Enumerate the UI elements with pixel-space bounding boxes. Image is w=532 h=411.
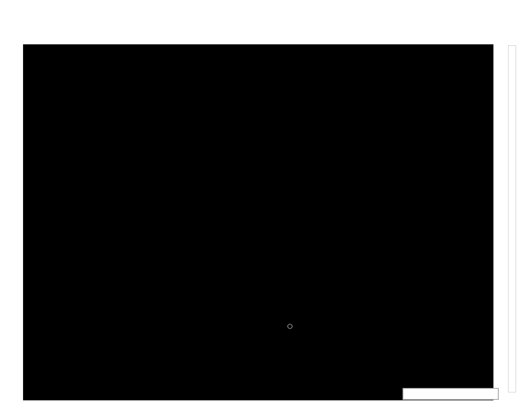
watermark: [403, 388, 499, 400]
warm-region-west: [93, 209, 154, 229]
temperature-colorbar: [509, 46, 516, 392]
jamaica-lime-patch: [39, 289, 50, 296]
weather-map-page: [0, 0, 532, 411]
beata-island: [288, 324, 292, 329]
temperature-map: [0, 0, 532, 411]
